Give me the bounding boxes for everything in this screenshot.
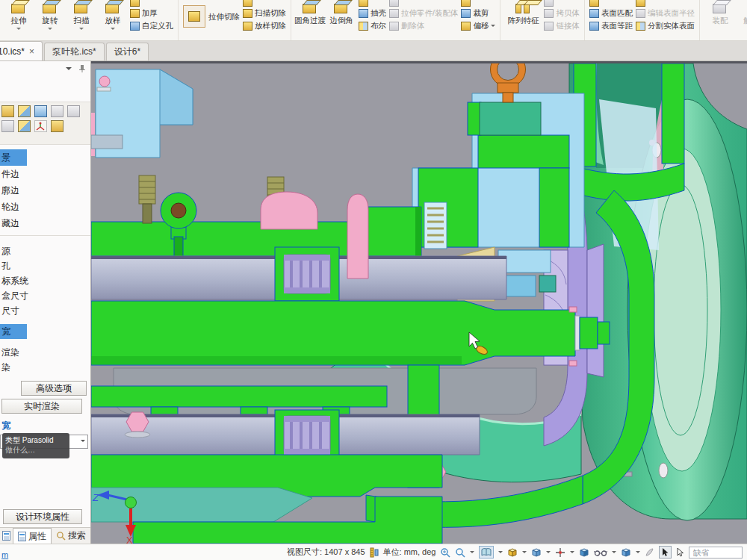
- list-item[interactable]: 标系统: [0, 273, 90, 288]
- advanced-options-button[interactable]: 高级选项: [21, 381, 87, 396]
- tab-10ics[interactable]: 10.ics*×: [0, 41, 43, 60]
- close-icon[interactable]: ×: [29, 46, 34, 57]
- list-item[interactable]: 染: [0, 360, 90, 375]
- list-item[interactable]: 轮边: [0, 199, 90, 215]
- view-book-button[interactable]: [479, 546, 494, 559]
- ruler-icon[interactable]: [370, 547, 379, 558]
- tab-search[interactable]: 搜索: [52, 528, 90, 544]
- chevron-down-icon[interactable]: [48, 28, 52, 32]
- ball-bearing-upper: [284, 255, 330, 293]
- chevron-down-icon[interactable]: [470, 551, 474, 556]
- tab-design6[interactable]: 设计6*: [106, 43, 149, 60]
- glasses-icon[interactable]: [594, 548, 607, 557]
- status-link-fragment[interactable]: m: [1, 550, 8, 559]
- clipped-row[interactable]: [461, 0, 495, 7]
- clipped-row[interactable]: [589, 0, 633, 7]
- list-item[interactable]: 渲染: [0, 345, 90, 360]
- list-item[interactable]: 孔: [0, 258, 90, 273]
- shell-button[interactable]: 抽壳: [359, 7, 386, 19]
- extrude-cut-button[interactable]: 拉伸切除: [182, 5, 241, 28]
- list-item[interactable]: 源: [0, 243, 90, 258]
- extrude-part-icon: [389, 9, 399, 18]
- select-cursor-button[interactable]: [659, 546, 672, 559]
- extrude-button[interactable]: 拉伸: [3, 0, 34, 32]
- list-item[interactable]: 藏边: [0, 215, 90, 231]
- offset-button[interactable]: 偏移: [461, 19, 495, 32]
- chevron-down-icon[interactable]: [636, 551, 640, 556]
- list-item-selected[interactable]: 景: [0, 149, 27, 166]
- pump-section-model: Z X: [91, 63, 747, 544]
- design-env-properties-button[interactable]: 设计环境属性: [3, 509, 82, 524]
- thicken-button[interactable]: 加厚: [130, 7, 173, 19]
- fillet-button[interactable]: 圆角过渡: [294, 0, 326, 25]
- loft-cut-button[interactable]: 放样切除: [243, 19, 286, 32]
- clipped-row[interactable]: [544, 0, 580, 7]
- axis-x-label: X: [126, 535, 133, 544]
- clipped-tab[interactable]: [0, 528, 13, 544]
- sweep-button[interactable]: 扫描: [66, 0, 97, 32]
- chevron-down-icon[interactable]: [612, 551, 616, 556]
- ribbon-group-basic: 拉伸 旋转 扫描 放样 加厚 自定义孔: [0, 0, 179, 41]
- trim-button[interactable]: 裁剪: [461, 7, 495, 19]
- tab-properties[interactable]: 属性: [13, 528, 52, 544]
- clipped-row[interactable]: [389, 0, 458, 7]
- chevron-down-icon[interactable]: [111, 28, 115, 32]
- list-item[interactable]: 件边: [0, 166, 90, 182]
- axis-triad-icon[interactable]: [34, 120, 47, 132]
- clipped-row[interactable]: [359, 0, 386, 7]
- custom-hole-button[interactable]: 自定义孔: [130, 19, 173, 32]
- collapse-chevron-icon[interactable]: [66, 67, 72, 73]
- status-bar: m 视图尺寸: 1407 x 845 单位: mm, deg 缺省: [0, 544, 747, 560]
- shaft-section: [91, 301, 575, 365]
- surface-offset-button[interactable]: 表面等距: [589, 19, 633, 32]
- loft-button[interactable]: 放样: [97, 0, 128, 32]
- clipped-row[interactable]: [130, 0, 173, 7]
- cube-solid-icon[interactable]: [621, 547, 631, 558]
- list-item[interactable]: 盒尺寸: [0, 288, 90, 303]
- table-icon[interactable]: [1, 120, 14, 132]
- chevron-down-icon[interactable]: [491, 25, 495, 29]
- 3d-viewport[interactable]: Z X: [91, 61, 747, 544]
- part-icon[interactable]: [1, 105, 14, 117]
- link-fragment[interactable]: 宽: [1, 420, 10, 432]
- list-item[interactable]: 廓边: [0, 182, 90, 199]
- cube-blue-icon[interactable]: [531, 547, 542, 558]
- oil-sump: [91, 488, 312, 522]
- boolean-button[interactable]: 布尔: [359, 19, 386, 32]
- shield-icon[interactable]: [34, 105, 47, 117]
- locator-icon[interactable]: [555, 547, 565, 558]
- revolve-button[interactable]: 旋转: [34, 0, 66, 32]
- chevron-down-icon[interactable]: [570, 551, 574, 556]
- component-icon[interactable]: [18, 120, 31, 132]
- chevron-down-icon: [81, 440, 85, 444]
- cut-small-stack: 扫描切除 放样切除: [241, 0, 288, 32]
- tab-impeller[interactable]: 泵叶轮.ics*: [44, 43, 105, 60]
- thicken-icon: [130, 9, 140, 18]
- zoom-out-icon[interactable]: [455, 547, 465, 558]
- cursor2-icon[interactable]: [676, 547, 684, 557]
- surface-match-button[interactable]: 表面匹配: [589, 7, 633, 19]
- cube-yellow-icon[interactable]: [507, 547, 518, 558]
- chevron-down-icon[interactable]: [16, 28, 21, 32]
- zoom-in-icon[interactable]: [440, 547, 450, 558]
- sweep-cut-button[interactable]: 扫描切除: [243, 7, 286, 19]
- list-item[interactable]: 尺寸: [0, 303, 90, 318]
- filter-preset-input[interactable]: 缺省: [689, 547, 743, 559]
- chevron-down-icon[interactable]: [522, 551, 527, 556]
- chevron-down-icon[interactable]: [79, 28, 84, 32]
- chamfer-button[interactable]: 边倒角: [326, 0, 357, 25]
- realtime-render-button[interactable]: 实时渲染: [1, 399, 82, 414]
- solid-body-icon[interactable]: [51, 120, 63, 132]
- regen-part-icon[interactable]: [18, 105, 31, 117]
- split-face-button[interactable]: 分割实体表面: [636, 19, 695, 32]
- edit-sketch-icon[interactable]: [51, 105, 63, 117]
- pattern-feature-button[interactable]: 阵列特征: [503, 0, 542, 25]
- manager-sidebar: 景 件边 廓边 轮边 藏边 源 孔 标系统 盒尺寸 尺寸 宽 渲染 染 高级选项…: [0, 61, 91, 544]
- chevron-down-icon[interactable]: [498, 551, 503, 556]
- clipped-row[interactable]: [243, 0, 286, 7]
- chevron-down-icon[interactable]: [546, 551, 551, 556]
- pin-icon[interactable]: [78, 64, 86, 73]
- list-item-selected[interactable]: 宽: [0, 324, 27, 339]
- clipped-row[interactable]: [636, 0, 695, 7]
- cube-shaded-icon[interactable]: [579, 547, 589, 558]
